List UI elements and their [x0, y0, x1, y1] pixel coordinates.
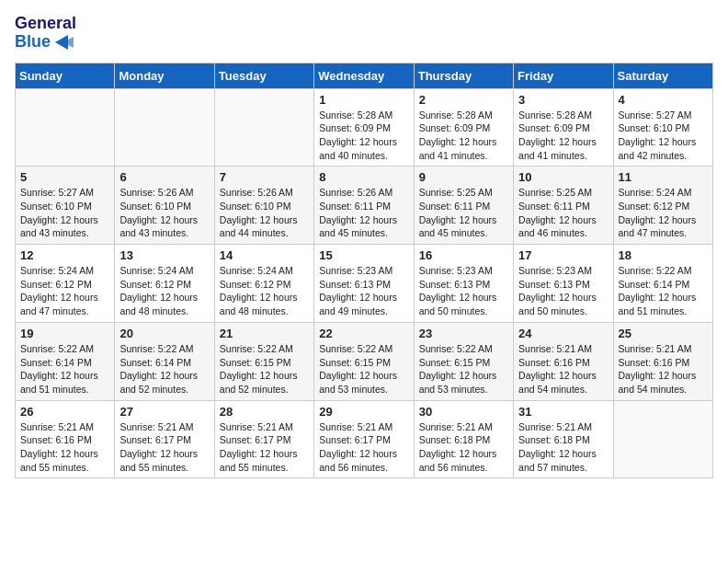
calendar-cell: 12Sunrise: 5:24 AM Sunset: 6:12 PM Dayli…: [16, 245, 115, 323]
calendar-cell: 16Sunrise: 5:23 AM Sunset: 6:13 PM Dayli…: [414, 245, 513, 323]
day-number: 14: [220, 248, 309, 262]
day-info: Sunrise: 5:22 AM Sunset: 6:15 PM Dayligh…: [220, 342, 309, 396]
day-number: 4: [619, 93, 708, 107]
calendar-cell: 28Sunrise: 5:21 AM Sunset: 6:17 PM Dayli…: [214, 400, 313, 478]
day-info: Sunrise: 5:28 AM Sunset: 6:09 PM Dayligh…: [319, 109, 408, 163]
day-info: Sunrise: 5:22 AM Sunset: 6:15 PM Dayligh…: [319, 342, 408, 396]
day-number: 30: [419, 405, 508, 419]
day-number: 7: [220, 170, 309, 184]
day-info: Sunrise: 5:21 AM Sunset: 6:16 PM Dayligh…: [20, 420, 109, 475]
calendar-header-row: SundayMondayTuesdayWednesdayThursdayFrid…: [16, 63, 713, 88]
day-number: 8: [319, 170, 408, 184]
day-number: 12: [20, 248, 109, 262]
calendar-cell: 8Sunrise: 5:26 AM Sunset: 6:11 PM Daylig…: [314, 167, 414, 245]
day-number: 15: [319, 248, 408, 262]
weekday-header: Monday: [115, 63, 214, 88]
day-info: Sunrise: 5:24 AM Sunset: 6:12 PM Dayligh…: [619, 186, 708, 240]
calendar-week-row: 1Sunrise: 5:28 AM Sunset: 6:09 PM Daylig…: [16, 88, 713, 167]
weekday-header: Saturday: [613, 63, 712, 88]
calendar-table: SundayMondayTuesdayWednesdayThursdayFrid…: [15, 63, 713, 479]
calendar-cell: 22Sunrise: 5:22 AM Sunset: 6:15 PM Dayli…: [314, 322, 414, 400]
calendar-cell: 1Sunrise: 5:28 AM Sunset: 6:09 PM Daylig…: [314, 88, 414, 167]
calendar-cell: [16, 88, 115, 167]
day-number: 25: [619, 327, 708, 340]
calendar-cell: 26Sunrise: 5:21 AM Sunset: 6:16 PM Dayli…: [16, 400, 115, 478]
day-info: Sunrise: 5:26 AM Sunset: 6:10 PM Dayligh…: [220, 186, 309, 240]
calendar-cell: [214, 88, 313, 167]
day-number: 19: [20, 327, 109, 340]
day-info: Sunrise: 5:22 AM Sunset: 6:14 PM Dayligh…: [20, 342, 109, 396]
calendar-cell: 11Sunrise: 5:24 AM Sunset: 6:12 PM Dayli…: [613, 167, 712, 245]
day-info: Sunrise: 5:28 AM Sunset: 6:09 PM Dayligh…: [518, 109, 608, 163]
day-number: 6: [119, 170, 209, 184]
day-info: Sunrise: 5:22 AM Sunset: 6:15 PM Dayligh…: [419, 342, 508, 396]
calendar-week-row: 12Sunrise: 5:24 AM Sunset: 6:12 PM Dayli…: [16, 245, 713, 323]
calendar-cell: 19Sunrise: 5:22 AM Sunset: 6:14 PM Dayli…: [16, 322, 115, 400]
calendar-week-row: 19Sunrise: 5:22 AM Sunset: 6:14 PM Dayli…: [16, 322, 713, 400]
calendar-cell: 5Sunrise: 5:27 AM Sunset: 6:10 PM Daylig…: [16, 167, 115, 245]
day-number: 17: [518, 248, 608, 262]
calendar-cell: 7Sunrise: 5:26 AM Sunset: 6:10 PM Daylig…: [214, 167, 313, 245]
day-number: 11: [619, 170, 708, 184]
day-number: 10: [518, 170, 608, 184]
calendar-cell: 4Sunrise: 5:27 AM Sunset: 6:10 PM Daylig…: [613, 88, 712, 167]
weekday-header: Friday: [514, 63, 613, 88]
logo: General Blue: [15, 15, 76, 52]
day-info: Sunrise: 5:28 AM Sunset: 6:09 PM Dayligh…: [419, 109, 508, 163]
day-info: Sunrise: 5:21 AM Sunset: 6:17 PM Dayligh…: [319, 420, 408, 475]
day-number: 24: [518, 327, 608, 340]
calendar-cell: 2Sunrise: 5:28 AM Sunset: 6:09 PM Daylig…: [414, 88, 513, 167]
calendar-week-row: 26Sunrise: 5:21 AM Sunset: 6:16 PM Dayli…: [16, 400, 713, 478]
day-info: Sunrise: 5:25 AM Sunset: 6:11 PM Dayligh…: [419, 186, 508, 240]
calendar-cell: [613, 400, 712, 478]
calendar-cell: 20Sunrise: 5:22 AM Sunset: 6:14 PM Dayli…: [115, 322, 214, 400]
day-info: Sunrise: 5:24 AM Sunset: 6:12 PM Dayligh…: [220, 264, 309, 318]
day-number: 22: [319, 327, 408, 340]
calendar-cell: 29Sunrise: 5:21 AM Sunset: 6:17 PM Dayli…: [314, 400, 414, 478]
calendar-cell: 18Sunrise: 5:22 AM Sunset: 6:14 PM Dayli…: [613, 245, 712, 323]
day-info: Sunrise: 5:27 AM Sunset: 6:10 PM Dayligh…: [20, 186, 109, 240]
calendar-cell: 23Sunrise: 5:22 AM Sunset: 6:15 PM Dayli…: [414, 322, 513, 400]
calendar-cell: 15Sunrise: 5:23 AM Sunset: 6:13 PM Dayli…: [314, 245, 414, 323]
weekday-header: Wednesday: [314, 63, 414, 88]
day-info: Sunrise: 5:25 AM Sunset: 6:11 PM Dayligh…: [518, 186, 608, 240]
day-number: 2: [419, 93, 508, 107]
day-info: Sunrise: 5:21 AM Sunset: 6:18 PM Dayligh…: [518, 420, 608, 475]
day-info: Sunrise: 5:21 AM Sunset: 6:18 PM Dayligh…: [419, 420, 508, 475]
day-info: Sunrise: 5:22 AM Sunset: 6:14 PM Dayligh…: [119, 342, 209, 396]
day-info: Sunrise: 5:21 AM Sunset: 6:17 PM Dayligh…: [220, 420, 309, 475]
calendar-cell: 10Sunrise: 5:25 AM Sunset: 6:11 PM Dayli…: [514, 167, 613, 245]
day-number: 31: [518, 405, 608, 419]
calendar-week-row: 5Sunrise: 5:27 AM Sunset: 6:10 PM Daylig…: [16, 167, 713, 245]
day-info: Sunrise: 5:22 AM Sunset: 6:14 PM Dayligh…: [619, 264, 708, 318]
calendar-cell: 9Sunrise: 5:25 AM Sunset: 6:11 PM Daylig…: [414, 167, 513, 245]
day-number: 23: [419, 327, 508, 340]
day-number: 16: [419, 248, 508, 262]
day-info: Sunrise: 5:23 AM Sunset: 6:13 PM Dayligh…: [518, 264, 608, 318]
day-info: Sunrise: 5:23 AM Sunset: 6:13 PM Dayligh…: [319, 264, 408, 318]
calendar-cell: 13Sunrise: 5:24 AM Sunset: 6:12 PM Dayli…: [115, 245, 214, 323]
day-number: 9: [419, 170, 508, 184]
calendar-cell: 25Sunrise: 5:21 AM Sunset: 6:16 PM Dayli…: [613, 322, 712, 400]
day-info: Sunrise: 5:24 AM Sunset: 6:12 PM Dayligh…: [20, 264, 109, 318]
day-info: Sunrise: 5:27 AM Sunset: 6:10 PM Dayligh…: [619, 109, 708, 163]
day-number: 20: [119, 327, 209, 340]
calendar-cell: 27Sunrise: 5:21 AM Sunset: 6:17 PM Dayli…: [115, 400, 214, 478]
calendar-cell: 3Sunrise: 5:28 AM Sunset: 6:09 PM Daylig…: [514, 88, 613, 167]
weekday-header: Sunday: [16, 63, 115, 88]
day-info: Sunrise: 5:23 AM Sunset: 6:13 PM Dayligh…: [419, 264, 508, 318]
calendar-cell: 17Sunrise: 5:23 AM Sunset: 6:13 PM Dayli…: [514, 245, 613, 323]
day-number: 21: [220, 327, 309, 340]
day-number: 27: [119, 405, 209, 419]
day-number: 13: [119, 248, 209, 262]
day-number: 3: [518, 93, 608, 107]
day-info: Sunrise: 5:21 AM Sunset: 6:17 PM Dayligh…: [119, 420, 209, 475]
page-header: General Blue: [15, 15, 713, 52]
day-number: 5: [20, 170, 109, 184]
weekday-header: Thursday: [414, 63, 513, 88]
day-number: 28: [220, 405, 309, 419]
day-info: Sunrise: 5:21 AM Sunset: 6:16 PM Dayligh…: [518, 342, 608, 396]
calendar-cell: 6Sunrise: 5:26 AM Sunset: 6:10 PM Daylig…: [115, 167, 214, 245]
calendar-cell: 14Sunrise: 5:24 AM Sunset: 6:12 PM Dayli…: [214, 245, 313, 323]
day-number: 26: [20, 405, 109, 419]
